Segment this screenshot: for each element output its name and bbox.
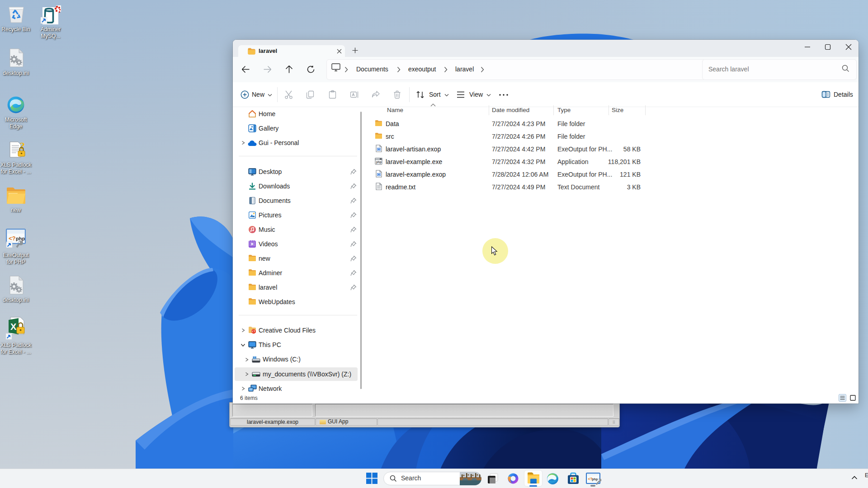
svg-text:<?: <? [9, 235, 16, 242]
svg-text:php: php [16, 236, 25, 241]
svg-text:php: php [376, 160, 382, 164]
svg-text:?: ? [20, 140, 25, 151]
svg-text:X: X [10, 322, 17, 332]
